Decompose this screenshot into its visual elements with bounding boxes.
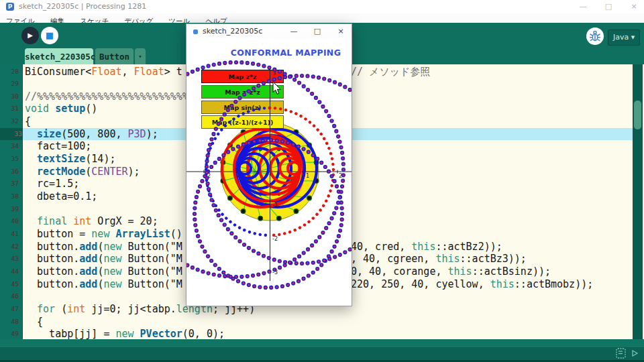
- window-restore-button[interactable]: □: [597, 0, 620, 13]
- sketch-window-titlebar[interactable]: sketch_220305c — □ ×: [186, 24, 352, 40]
- sketch-canvas: CONFORMAL MAPPING -2-112 Map z*z Map z*z…: [186, 39, 352, 306]
- tab-menu-button[interactable]: ▾: [135, 48, 146, 64]
- errors-expand-icon[interactable]: [631, 350, 639, 358]
- sketch-heading: CONFORMAL MAPPING: [220, 48, 352, 58]
- line-number: 48: [0, 316, 19, 328]
- line-number: 36: [0, 166, 19, 178]
- line-number: 30: [0, 90, 19, 103]
- editor-scrollbar-thumb[interactable]: [634, 101, 641, 129]
- svg-text:-3: -3: [272, 269, 278, 276]
- line-number: 29: [0, 78, 19, 90]
- console-bar: [0, 347, 644, 360]
- processing-app-icon: P: [6, 3, 14, 11]
- sketch-close-button[interactable]: ×: [331, 24, 351, 39]
- line-number: 46: [0, 290, 19, 303]
- window-title: sketch_220305c | Processing 1281: [19, 2, 146, 11]
- line-number-gutter: 2829303132333435363738394041424344454647…: [0, 64, 23, 339]
- line-number: 34: [0, 140, 19, 153]
- run-button[interactable]: ▶: [21, 27, 39, 44]
- mode-selector-java[interactable]: Java ▼: [608, 29, 640, 46]
- console-toggle-icon[interactable]: [614, 347, 628, 360]
- dotted-circle-chains: [186, 60, 352, 290]
- mode-label: Java: [613, 33, 629, 42]
- svg-text:-1: -1: [272, 202, 278, 208]
- sketch-minimize-button[interactable]: —: [284, 24, 304, 39]
- window-minimize-button[interactable]: —: [572, 0, 594, 13]
- bug-icon: [586, 27, 604, 45]
- code-line[interactable]: tabp[jj] = new PVector(0, 0);: [22, 328, 635, 339]
- debug-button[interactable]: [586, 27, 604, 45]
- line-number: 40: [0, 215, 19, 228]
- play-icon: ▶: [28, 32, 33, 39]
- stop-button[interactable]: ■: [41, 27, 58, 44]
- code-line[interactable]: {: [22, 316, 635, 328]
- code-line-right-segment: , 40, cgreen, this::actBz3));: [351, 253, 527, 265]
- sketch-window: sketch_220305c — □ × CONFORMAL MAPPING -…: [186, 23, 352, 306]
- line-number: 43: [0, 253, 19, 265]
- line-number: 45: [0, 278, 19, 291]
- line-number: 35: [0, 153, 19, 166]
- code-line-right-segment: 220, 250, 40, cyellow, this::actBmobz));: [351, 278, 593, 291]
- line-number: 42: [0, 241, 19, 253]
- chevron-down-icon: ▼: [631, 35, 635, 40]
- code-line-right-segment: 40, cred, this::actBz2));: [351, 241, 502, 253]
- line-number: 37: [0, 178, 19, 190]
- sketch-window-title: sketch_220305c: [203, 27, 262, 36]
- line-number: 28: [0, 66, 19, 78]
- window-close-button[interactable]: ×: [623, 0, 644, 13]
- editor-scrollbar[interactable]: [633, 64, 643, 339]
- menu-bar: ファイル 編集 スケッチ デバッグ ツール ヘルプ: [0, 13, 644, 23]
- sketch-icon: [193, 29, 198, 34]
- line-number: 47: [0, 303, 19, 316]
- status-bar: [0, 339, 644, 347]
- line-number: 32: [0, 115, 19, 128]
- svg-text:-2: -2: [272, 236, 278, 242]
- tab-button[interactable]: Button: [95, 48, 133, 64]
- tab-sketch-220305c[interactable]: sketch_220305c: [25, 48, 93, 64]
- line-number: 33: [0, 128, 22, 141]
- line-number: 44: [0, 265, 19, 278]
- svg-text:3: 3: [272, 70, 276, 76]
- line-number: 31: [0, 103, 19, 115]
- code-line-right-segment: // メソッド参照: [351, 66, 431, 78]
- line-number: 49: [0, 328, 19, 339]
- sketch-maximize-button[interactable]: □: [307, 24, 327, 39]
- mouse-cursor: [273, 82, 280, 94]
- stop-icon: ■: [46, 30, 54, 40]
- line-number: 39: [0, 203, 19, 216]
- code-line-right-segment: 0, 40, corange, this::actBsinz));: [351, 265, 551, 278]
- conformal-plot-upper-layer: 3-1-2-3: [186, 39, 352, 306]
- window-titlebar: P sketch_220305c | Processing 1281 — □ ×: [0, 0, 644, 13]
- line-number: 41: [0, 228, 19, 241]
- line-number: 38: [0, 190, 19, 203]
